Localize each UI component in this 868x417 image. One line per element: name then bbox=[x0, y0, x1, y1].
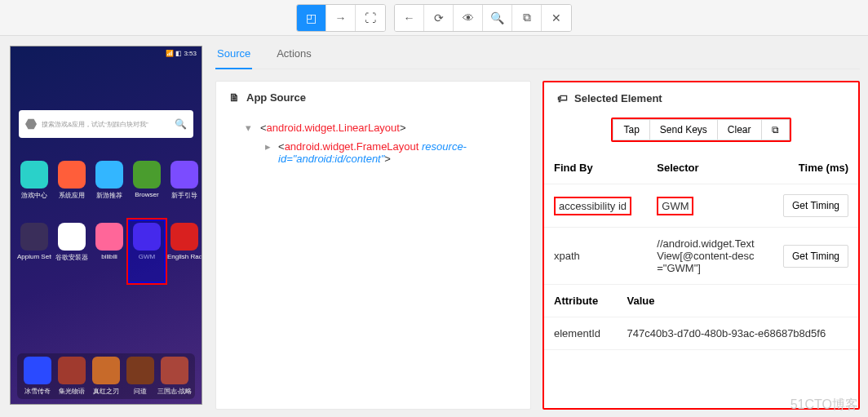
dock-app-三国志·战略…[interactable]: 三国志·战略… bbox=[157, 357, 192, 396]
tap-button[interactable]: Tap bbox=[613, 119, 649, 140]
top-toolbar: ◰→⛶ ←⟳👁🔍⧉✕ bbox=[0, 0, 868, 36]
app-label: English Radio bbox=[167, 253, 202, 260]
get-timing-button[interactable]: Get Timing bbox=[783, 194, 848, 217]
tree-node-label: <android.widget.LinearLayout> bbox=[260, 122, 406, 134]
app-icon bbox=[20, 161, 48, 189]
hex-icon bbox=[25, 118, 37, 130]
refresh-icon[interactable]: ⟳ bbox=[424, 5, 454, 31]
app-label: 谷歌安装器 bbox=[55, 253, 89, 262]
search-icon[interactable]: 🔍 bbox=[483, 5, 512, 31]
app-icon bbox=[95, 223, 123, 251]
copy-action-icon[interactable]: ⧉ bbox=[761, 119, 790, 140]
tree-node[interactable]: ▸<android.widget.FrameLayout resource-id… bbox=[246, 137, 520, 168]
selector-cell: //android.widget.TextView[@content-desc=… bbox=[647, 228, 768, 285]
attr-name: elementId bbox=[544, 317, 618, 350]
app-新手引导[interactable]: 新手引导 bbox=[167, 161, 202, 200]
select-mode-icon[interactable]: ◰ bbox=[297, 5, 326, 31]
th-value: Value bbox=[618, 285, 858, 317]
sendkeys-button[interactable]: Send Keys bbox=[649, 119, 718, 140]
app-label: Browser bbox=[130, 191, 164, 198]
dock: 冰雪传奇集光物语真红之刃问道三国志·战略… bbox=[17, 353, 195, 399]
source-tree: ▾<android.widget.LinearLayout>▸<android.… bbox=[216, 113, 530, 178]
app-label: 新手引导 bbox=[167, 191, 202, 200]
app-Browser[interactable]: Browser bbox=[130, 161, 164, 200]
expand-icon[interactable]: ▸ bbox=[265, 140, 272, 153]
locator-row: accessibility idGWMGet Timing bbox=[544, 184, 858, 228]
dock-app-真红之刃[interactable]: 真红之刃 bbox=[89, 357, 123, 396]
app-label: 游戏中心 bbox=[17, 191, 51, 200]
th-findby: Find By bbox=[544, 152, 647, 184]
app-icon bbox=[95, 161, 123, 189]
device-search: 搜索游戏&应用，试试“别踩白块对我” 🔍 bbox=[19, 110, 193, 138]
app-Appium Sett…[interactable]: Appium Sett… bbox=[17, 223, 51, 262]
attr-value: 747c40b3-d7d0-480b-93ac-e68687b8d5f6 bbox=[618, 317, 858, 350]
app-source-header: 🗎 App Source bbox=[216, 82, 530, 113]
app-English Radio[interactable]: English Radio bbox=[167, 223, 202, 262]
app-label: 系统应用 bbox=[55, 191, 89, 200]
locator-table: Find By Selector Time (ms) accessibility… bbox=[544, 152, 858, 285]
apps-row-2: Appium Sett…谷歌安装器bilibiliGWMEnglish Radi… bbox=[17, 223, 195, 262]
app-GWM[interactable]: GWM bbox=[130, 223, 164, 262]
device-panel: 📶 ◧ 3:53 搜索游戏&应用，试试“别踩白块对我” 🔍 游戏中心系统应用新游… bbox=[0, 36, 212, 417]
swipe-mode-icon[interactable]: → bbox=[326, 5, 356, 31]
back-icon[interactable]: ← bbox=[395, 5, 424, 31]
app-icon bbox=[58, 161, 86, 189]
tabs: Source Actions bbox=[215, 47, 860, 69]
app-谷歌安装器[interactable]: 谷歌安装器 bbox=[55, 223, 89, 262]
attribute-row: elementId747c40b3-d7d0-480b-93ac-e68687b… bbox=[544, 317, 858, 350]
file-icon: 🗎 bbox=[229, 91, 240, 104]
copy-icon[interactable]: ⧉ bbox=[512, 5, 542, 31]
th-selector: Selector bbox=[647, 152, 768, 184]
app-icon bbox=[170, 223, 198, 251]
tab-source[interactable]: Source bbox=[215, 47, 252, 69]
selection-highlight bbox=[126, 218, 167, 285]
apps-row-1: 游戏中心系统应用新游推荐Browser新手引导 bbox=[17, 161, 195, 200]
app-游戏中心[interactable]: 游戏中心 bbox=[17, 161, 51, 200]
get-timing-button[interactable]: Get Timing bbox=[783, 245, 848, 268]
element-actions: Tap Send Keys Clear ⧉ bbox=[544, 114, 858, 152]
app-系统应用[interactable]: 系统应用 bbox=[55, 161, 89, 200]
app-icon bbox=[58, 223, 86, 251]
app-source-card: 🗎 App Source ▾<android.widget.LinearLayo… bbox=[215, 81, 531, 410]
tag-icon: 🏷 bbox=[557, 92, 568, 104]
th-time: Time (ms) bbox=[768, 152, 858, 184]
app-label: 新游推荐 bbox=[92, 191, 126, 200]
toolbar-group-actions: ←⟳👁🔍⧉✕ bbox=[394, 4, 572, 32]
search-placeholder: 搜索游戏&应用，试试“别踩白块对我” bbox=[42, 120, 148, 129]
th-attribute: Attribute bbox=[544, 285, 618, 317]
toolbar-group-mode: ◰→⛶ bbox=[296, 4, 386, 32]
dock-app-问道[interactable]: 问道 bbox=[123, 357, 157, 396]
attribute-table: Attribute Value elementId747c40b3-d7d0-4… bbox=[544, 285, 858, 350]
locator-row: xpath//android.widget.TextView[@content-… bbox=[544, 228, 858, 285]
status-bar: 📶 ◧ 3:53 bbox=[166, 50, 197, 57]
inspector-panel: Source Actions 🗎 App Source ▾<android.wi… bbox=[212, 36, 868, 417]
selected-element-header: 🏷 Selected Element bbox=[544, 82, 858, 114]
app-bilibili[interactable]: bilibili bbox=[92, 223, 126, 262]
tree-node[interactable]: ▾<android.widget.LinearLayout> bbox=[246, 118, 520, 137]
app-icon bbox=[133, 161, 161, 189]
device-screenshot[interactable]: 📶 ◧ 3:53 搜索游戏&应用，试试“别踩白块对我” 🔍 游戏中心系统应用新游… bbox=[10, 46, 202, 405]
app-新游推荐[interactable]: 新游推荐 bbox=[92, 161, 126, 200]
clear-button[interactable]: Clear bbox=[717, 119, 762, 140]
selected-element-card: 🏷 Selected Element Tap Send Keys Clear ⧉… bbox=[542, 81, 860, 410]
app-icon bbox=[170, 161, 198, 189]
tree-node-label: <android.widget.FrameLayout resource-id=… bbox=[278, 140, 520, 165]
findby-cell: xpath bbox=[544, 228, 647, 285]
app-label: Appium Sett… bbox=[17, 253, 51, 260]
findby-cell: accessibility id bbox=[544, 184, 647, 228]
app-label: bilibili bbox=[92, 253, 126, 260]
search-icon: 🔍 bbox=[175, 118, 187, 130]
expand-icon[interactable]: ▾ bbox=[246, 122, 254, 134]
app-icon bbox=[20, 223, 48, 251]
eye-icon[interactable]: 👁 bbox=[454, 5, 483, 31]
dock-app-集光物语[interactable]: 集光物语 bbox=[55, 357, 89, 396]
close-icon[interactable]: ✕ bbox=[542, 5, 571, 31]
tap-coords-icon[interactable]: ⛶ bbox=[356, 5, 385, 31]
selector-cell: GWM bbox=[647, 184, 768, 228]
dock-app-冰雪传奇[interactable]: 冰雪传奇 bbox=[20, 357, 55, 396]
tab-actions[interactable]: Actions bbox=[275, 47, 313, 69]
main-area: 📶 ◧ 3:53 搜索游戏&应用，试试“别踩白块对我” 🔍 游戏中心系统应用新游… bbox=[0, 36, 868, 417]
